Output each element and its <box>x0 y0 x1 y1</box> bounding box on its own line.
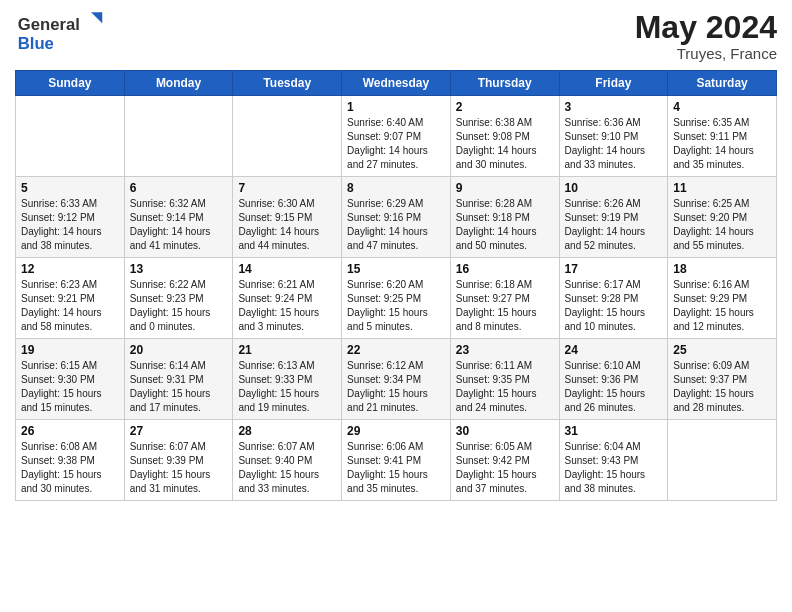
calendar-table: Sunday Monday Tuesday Wednesday Thursday… <box>15 70 777 501</box>
day-cell: 7Sunrise: 6:30 AM Sunset: 9:15 PM Daylig… <box>233 177 342 258</box>
day-cell: 1Sunrise: 6:40 AM Sunset: 9:07 PM Daylig… <box>342 96 451 177</box>
day-info: Sunrise: 6:07 AM Sunset: 9:40 PM Dayligh… <box>238 440 336 496</box>
day-info: Sunrise: 6:15 AM Sunset: 9:30 PM Dayligh… <box>21 359 119 415</box>
day-cell: 18Sunrise: 6:16 AM Sunset: 9:29 PM Dayli… <box>668 258 777 339</box>
day-number: 13 <box>130 262 228 276</box>
month-year: May 2024 <box>635 10 777 45</box>
day-cell: 17Sunrise: 6:17 AM Sunset: 9:28 PM Dayli… <box>559 258 668 339</box>
svg-marker-1 <box>91 12 102 23</box>
day-info: Sunrise: 6:22 AM Sunset: 9:23 PM Dayligh… <box>130 278 228 334</box>
day-info: Sunrise: 6:06 AM Sunset: 9:41 PM Dayligh… <box>347 440 445 496</box>
day-info: Sunrise: 6:20 AM Sunset: 9:25 PM Dayligh… <box>347 278 445 334</box>
col-thursday: Thursday <box>450 71 559 96</box>
day-cell: 25Sunrise: 6:09 AM Sunset: 9:37 PM Dayli… <box>668 339 777 420</box>
day-cell <box>668 420 777 501</box>
day-cell <box>16 96 125 177</box>
week-row-2: 12Sunrise: 6:23 AM Sunset: 9:21 PM Dayli… <box>16 258 777 339</box>
day-info: Sunrise: 6:32 AM Sunset: 9:14 PM Dayligh… <box>130 197 228 253</box>
week-row-3: 19Sunrise: 6:15 AM Sunset: 9:30 PM Dayli… <box>16 339 777 420</box>
day-number: 20 <box>130 343 228 357</box>
day-info: Sunrise: 6:10 AM Sunset: 9:36 PM Dayligh… <box>565 359 663 415</box>
day-cell: 16Sunrise: 6:18 AM Sunset: 9:27 PM Dayli… <box>450 258 559 339</box>
day-cell: 5Sunrise: 6:33 AM Sunset: 9:12 PM Daylig… <box>16 177 125 258</box>
day-info: Sunrise: 6:28 AM Sunset: 9:18 PM Dayligh… <box>456 197 554 253</box>
col-saturday: Saturday <box>668 71 777 96</box>
day-cell: 20Sunrise: 6:14 AM Sunset: 9:31 PM Dayli… <box>124 339 233 420</box>
col-monday: Monday <box>124 71 233 96</box>
week-row-1: 5Sunrise: 6:33 AM Sunset: 9:12 PM Daylig… <box>16 177 777 258</box>
day-cell: 9Sunrise: 6:28 AM Sunset: 9:18 PM Daylig… <box>450 177 559 258</box>
day-number: 22 <box>347 343 445 357</box>
day-info: Sunrise: 6:29 AM Sunset: 9:16 PM Dayligh… <box>347 197 445 253</box>
header-row: Sunday Monday Tuesday Wednesday Thursday… <box>16 71 777 96</box>
day-cell: 27Sunrise: 6:07 AM Sunset: 9:39 PM Dayli… <box>124 420 233 501</box>
day-number: 3 <box>565 100 663 114</box>
day-info: Sunrise: 6:33 AM Sunset: 9:12 PM Dayligh… <box>21 197 119 253</box>
day-cell: 15Sunrise: 6:20 AM Sunset: 9:25 PM Dayli… <box>342 258 451 339</box>
day-number: 29 <box>347 424 445 438</box>
day-info: Sunrise: 6:08 AM Sunset: 9:38 PM Dayligh… <box>21 440 119 496</box>
logo: General Blue <box>15 10 105 60</box>
day-cell: 23Sunrise: 6:11 AM Sunset: 9:35 PM Dayli… <box>450 339 559 420</box>
day-info: Sunrise: 6:40 AM Sunset: 9:07 PM Dayligh… <box>347 116 445 172</box>
day-cell <box>233 96 342 177</box>
day-info: Sunrise: 6:38 AM Sunset: 9:08 PM Dayligh… <box>456 116 554 172</box>
day-info: Sunrise: 6:18 AM Sunset: 9:27 PM Dayligh… <box>456 278 554 334</box>
day-info: Sunrise: 6:36 AM Sunset: 9:10 PM Dayligh… <box>565 116 663 172</box>
day-cell: 11Sunrise: 6:25 AM Sunset: 9:20 PM Dayli… <box>668 177 777 258</box>
col-tuesday: Tuesday <box>233 71 342 96</box>
day-cell: 14Sunrise: 6:21 AM Sunset: 9:24 PM Dayli… <box>233 258 342 339</box>
day-cell <box>124 96 233 177</box>
day-number: 8 <box>347 181 445 195</box>
day-number: 19 <box>21 343 119 357</box>
day-number: 14 <box>238 262 336 276</box>
logo-svg: General Blue <box>15 10 105 60</box>
day-cell: 3Sunrise: 6:36 AM Sunset: 9:10 PM Daylig… <box>559 96 668 177</box>
day-number: 2 <box>456 100 554 114</box>
week-row-4: 26Sunrise: 6:08 AM Sunset: 9:38 PM Dayli… <box>16 420 777 501</box>
day-info: Sunrise: 6:12 AM Sunset: 9:34 PM Dayligh… <box>347 359 445 415</box>
day-number: 12 <box>21 262 119 276</box>
day-info: Sunrise: 6:13 AM Sunset: 9:33 PM Dayligh… <box>238 359 336 415</box>
day-cell: 21Sunrise: 6:13 AM Sunset: 9:33 PM Dayli… <box>233 339 342 420</box>
day-cell: 12Sunrise: 6:23 AM Sunset: 9:21 PM Dayli… <box>16 258 125 339</box>
day-number: 25 <box>673 343 771 357</box>
svg-text:Blue: Blue <box>18 34 54 53</box>
day-number: 5 <box>21 181 119 195</box>
day-number: 28 <box>238 424 336 438</box>
day-cell: 8Sunrise: 6:29 AM Sunset: 9:16 PM Daylig… <box>342 177 451 258</box>
day-number: 23 <box>456 343 554 357</box>
day-info: Sunrise: 6:17 AM Sunset: 9:28 PM Dayligh… <box>565 278 663 334</box>
day-number: 27 <box>130 424 228 438</box>
col-friday: Friday <box>559 71 668 96</box>
day-cell: 24Sunrise: 6:10 AM Sunset: 9:36 PM Dayli… <box>559 339 668 420</box>
day-number: 21 <box>238 343 336 357</box>
day-cell: 10Sunrise: 6:26 AM Sunset: 9:19 PM Dayli… <box>559 177 668 258</box>
day-cell: 22Sunrise: 6:12 AM Sunset: 9:34 PM Dayli… <box>342 339 451 420</box>
day-cell: 4Sunrise: 6:35 AM Sunset: 9:11 PM Daylig… <box>668 96 777 177</box>
day-info: Sunrise: 6:23 AM Sunset: 9:21 PM Dayligh… <box>21 278 119 334</box>
day-number: 9 <box>456 181 554 195</box>
location: Truyes, France <box>635 45 777 62</box>
day-number: 7 <box>238 181 336 195</box>
day-cell: 2Sunrise: 6:38 AM Sunset: 9:08 PM Daylig… <box>450 96 559 177</box>
day-info: Sunrise: 6:09 AM Sunset: 9:37 PM Dayligh… <box>673 359 771 415</box>
day-number: 31 <box>565 424 663 438</box>
day-cell: 13Sunrise: 6:22 AM Sunset: 9:23 PM Dayli… <box>124 258 233 339</box>
day-info: Sunrise: 6:07 AM Sunset: 9:39 PM Dayligh… <box>130 440 228 496</box>
day-number: 16 <box>456 262 554 276</box>
day-number: 30 <box>456 424 554 438</box>
day-number: 18 <box>673 262 771 276</box>
day-cell: 30Sunrise: 6:05 AM Sunset: 9:42 PM Dayli… <box>450 420 559 501</box>
week-row-0: 1Sunrise: 6:40 AM Sunset: 9:07 PM Daylig… <box>16 96 777 177</box>
day-number: 6 <box>130 181 228 195</box>
col-wednesday: Wednesday <box>342 71 451 96</box>
svg-text:General: General <box>18 15 80 34</box>
day-info: Sunrise: 6:25 AM Sunset: 9:20 PM Dayligh… <box>673 197 771 253</box>
day-info: Sunrise: 6:16 AM Sunset: 9:29 PM Dayligh… <box>673 278 771 334</box>
day-cell: 6Sunrise: 6:32 AM Sunset: 9:14 PM Daylig… <box>124 177 233 258</box>
day-cell: 28Sunrise: 6:07 AM Sunset: 9:40 PM Dayli… <box>233 420 342 501</box>
day-number: 1 <box>347 100 445 114</box>
day-number: 10 <box>565 181 663 195</box>
day-number: 15 <box>347 262 445 276</box>
